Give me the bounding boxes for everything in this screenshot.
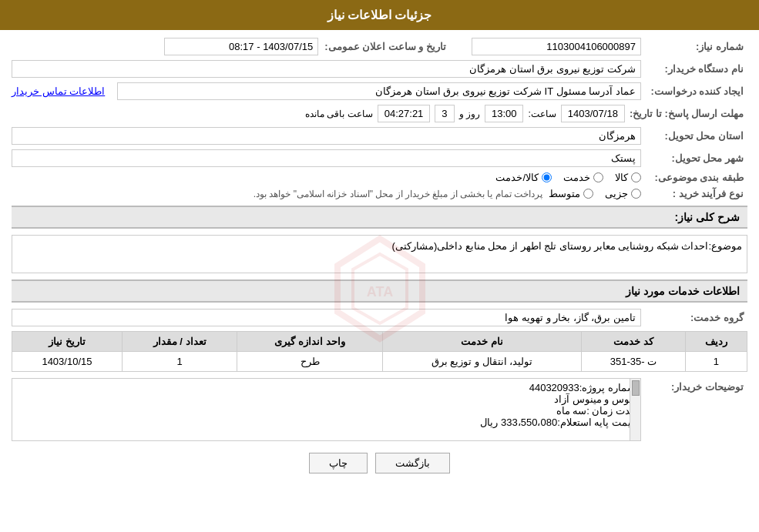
radio-kala-label: کالا — [615, 172, 628, 183]
col-date: تاریخ نیاز — [12, 332, 123, 352]
description-section-title: شرح کلی نیاز: — [12, 206, 747, 229]
city-value: پستک — [12, 149, 641, 167]
process-radio-group: جزیی متوسط — [549, 188, 641, 199]
col-qty: تعداد / مقدار — [122, 332, 237, 352]
service-group-value: تامین برق، گاز، بخار و تهویه هوا — [12, 309, 641, 326]
deadline-time: 13:00 — [485, 105, 524, 122]
buyer-org-value: شرکت توزیع نیروی برق استان هرمزگان — [12, 60, 641, 78]
buyer-notes-line3: مدت زمان :سه ماه — [17, 405, 636, 417]
cell-row: 1 — [685, 352, 747, 372]
col-row: ردیف — [685, 332, 747, 352]
cell-unit: طرح — [237, 352, 382, 372]
col-code: کد خدمت — [582, 332, 686, 352]
province-value: هرمزگان — [12, 127, 641, 145]
radio-motevaset-input[interactable] — [583, 189, 593, 199]
button-row: بازگشت چاپ — [12, 453, 747, 473]
description-box: موضوع:احداث شبکه روشنایی معابر روستای تل… — [12, 235, 747, 273]
creator-label: ایجاد کننده درخواست: — [647, 85, 747, 97]
buyer-notes-line1: شماره پروژه:440320933 — [17, 382, 636, 393]
scrollbar-vertical[interactable] — [630, 379, 640, 440]
deadline-time-label: ساعت: — [528, 109, 556, 119]
radio-khedmat-input[interactable] — [593, 172, 603, 182]
radio-kala-input[interactable] — [631, 172, 641, 182]
radio-jozi[interactable]: جزیی — [605, 188, 641, 199]
radio-kala-khedmat[interactable]: کالا/خدمت — [495, 172, 552, 183]
radio-motevaset-label: متوسط — [549, 188, 580, 199]
deadline-days: 3 — [435, 105, 454, 122]
deadline-remaining-label: ساعت باقی مانده — [305, 109, 373, 119]
announce-value: 1403/07/15 - 08:17 — [164, 38, 318, 55]
need-number-label: شماره نیاز: — [647, 41, 747, 52]
radio-motevaset[interactable]: متوسط — [549, 188, 593, 199]
category-label: طبقه بندی موضوعی: — [647, 172, 747, 183]
creator-value: عماد آدرسا مسئول IT شرکت توزیع نیروی برق… — [117, 82, 641, 100]
description-value: موضوع:احداث شبکه روشنایی معابر روستای تل… — [392, 240, 742, 252]
buyer-org-label: نام دستگاه خریدار: — [647, 63, 747, 75]
buyer-notes-line4: قیمت پایه استعلام:333،550،080 ریال — [17, 417, 636, 428]
cell-code: ت -35-351 — [582, 352, 686, 372]
radio-kala[interactable]: کالا — [615, 172, 641, 183]
col-name: نام خدمت — [382, 332, 581, 352]
province-label: استان محل تحویل: — [647, 130, 747, 142]
scrollbar-thumb[interactable] — [632, 380, 640, 396]
radio-jozi-input[interactable] — [631, 189, 641, 199]
deadline-remaining: 04:27:21 — [378, 105, 431, 122]
radio-khedmat[interactable]: خدمت — [563, 172, 603, 183]
radio-kala-khedmat-label: کالا/خدمت — [495, 172, 539, 183]
buyer-notes-scroll[interactable]: شماره پروژه:440320933 پلوس و مینوس آزاد … — [12, 378, 641, 441]
service-group-label: گروه خدمت: — [647, 312, 747, 323]
table-row: 1 ت -35-351 تولید، انتقال و توزیع برق طر… — [12, 352, 747, 372]
cell-qty: 1 — [122, 352, 237, 372]
process-label: نوع فرآیند خرید : — [647, 188, 747, 199]
city-label: شهر محل تحویل: — [647, 152, 747, 164]
category-radio-group: کالا خدمت کالا/خدمت — [495, 172, 641, 183]
back-button[interactable]: بازگشت — [375, 453, 450, 473]
cell-date: 1403/10/15 — [12, 352, 123, 372]
radio-jozi-label: جزیی — [605, 188, 628, 199]
print-button[interactable]: چاپ — [309, 453, 368, 473]
process-note: پرداخت تمام یا بخشی از مبلغ خریدار از مح… — [254, 189, 542, 199]
contact-link[interactable]: اطلاعات تماس خریدار — [12, 85, 105, 97]
cell-service-name: تولید، انتقال و توزیع برق — [382, 352, 581, 372]
services-section-title: اطلاعات خدمات مورد نیاز — [12, 279, 747, 303]
buyer-notes-label: توضیحات خریدار: — [647, 378, 747, 393]
radio-khedmat-label: خدمت — [563, 172, 590, 183]
deadline-days-label: روز و — [459, 109, 480, 119]
need-number-value: 1103004106000897 — [472, 38, 641, 55]
announce-label: تاریخ و ساعت اعلان عمومی: — [324, 41, 450, 52]
buyer-notes-line2: پلوس و مینوس آزاد — [17, 393, 636, 405]
deadline-label: مهلت ارسال پاسخ: تا تاریخ: — [630, 108, 747, 119]
services-table: ردیف کد خدمت نام خدمت واحد اندازه گیری ت… — [12, 331, 747, 372]
page-title: جزئیات اطلاعات نیاز — [0, 0, 759, 30]
deadline-date: 1403/07/18 — [561, 105, 625, 122]
buyer-notes-value: شماره پروژه:440320933 پلوس و مینوس آزاد … — [12, 379, 640, 440]
radio-kala-khedmat-input[interactable] — [542, 172, 552, 182]
col-unit: واحد اندازه گیری — [237, 332, 382, 352]
